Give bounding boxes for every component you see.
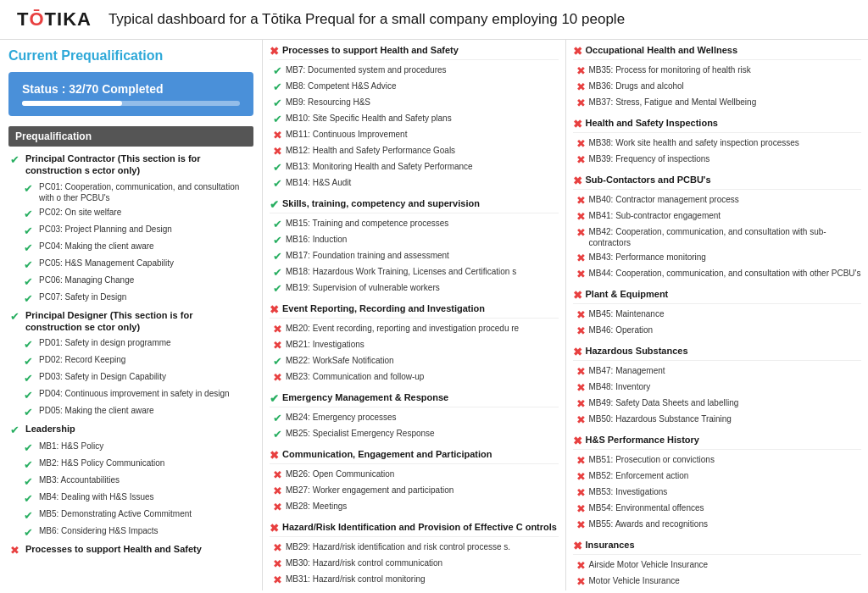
col-item-mb17: ✔MB17: Foundation training and assessmen… — [270, 248, 559, 264]
col-item-mb24: ✔MB24: Emergency processes — [270, 410, 559, 426]
col-item-mb50: ✖MB50: Hazardous Substance Training — [573, 412, 862, 428]
section-header-label: Plant & Equipment — [586, 289, 669, 299]
check-icon: ✔ — [24, 475, 36, 488]
col-item-label: MB41: Sub-contractor engagement — [589, 210, 721, 221]
sub-item-label: MB1: H&S Policy — [39, 441, 103, 452]
col-item-label: MB31: Hazard/risk control monitoring — [286, 574, 426, 585]
section-ms5: ✖Communication, Engagement and Participa… — [270, 449, 559, 515]
col-item-label: MB12: Health and Safety Performance Goal… — [286, 145, 455, 156]
col-item-mb15: ✔MB15: Training and competence processes — [270, 216, 559, 232]
section-header-ms4: ✔Emergency Management & Response — [270, 392, 559, 407]
sub-item-label: PD01: Safety in design programme — [39, 337, 171, 348]
section-header-rs1: ✖Occupational Health and Wellness — [573, 45, 862, 60]
sub-item-label: MB2: H&S Policy Communication — [39, 457, 164, 468]
right-column: ✖Occupational Health and Wellness✖MB35: … — [566, 40, 869, 590]
col-item-label: MB26: Open Communication — [286, 468, 394, 479]
col-item-mb23: ✖MB23: Communication and follow-up — [270, 369, 559, 385]
section-ms4: ✔Emergency Management & Response✔MB24: E… — [270, 392, 559, 442]
col-item-mb29: ✖MB29: Hazard/risk identification and ri… — [270, 540, 559, 556]
col-item-label: MB48: Inventory — [589, 381, 651, 392]
prequalification-section-header: Prequalification — [8, 126, 253, 147]
col-item-mb9: ✔MB9: Resourcing H&S — [270, 95, 559, 111]
sub-item-label: PC03: Project Planning and Design — [39, 224, 172, 235]
status-text: Status : 32/70 Completed — [22, 82, 240, 96]
x-icon: ✖ — [576, 252, 586, 264]
check-icon: ✔ — [270, 392, 279, 405]
check-icon: ✔ — [273, 97, 282, 109]
section-rs6: ✖H&S Performance History✖MB51: Prosecuti… — [573, 435, 862, 533]
col-item-label: MB39: Frequency of inspections — [589, 153, 710, 164]
check-icon: ✔ — [24, 526, 36, 539]
sidebar-category-cat1: ✔Principal Contractor (This section is f… — [8, 150, 253, 180]
x-icon: ✖ — [576, 137, 586, 150]
section-rs4: ✖Plant & Equipment✖MB45: Maintenance✖MB4… — [573, 289, 862, 339]
col-item-mb38: ✖MB38: Work site health and safety inspe… — [573, 136, 862, 152]
col-item-mb35: ✖MB35: Process for monitoring of health … — [573, 63, 862, 79]
col-item-label: MB52: Enforcement action — [589, 470, 689, 481]
col-item-mb20: ✖MB20: Event recording, reporting and in… — [270, 321, 559, 337]
check-icon: ✔ — [24, 258, 36, 271]
x-icon: ✖ — [270, 449, 279, 462]
col-item-label: MB14: H&S Audit — [286, 177, 351, 188]
col-item-mb19: ✔MB19: Supervision of vulnerable workers — [270, 280, 559, 296]
col-item-label: MB47: Management — [589, 365, 665, 376]
check-icon: ✔ — [24, 389, 36, 402]
sub-item-label: PD04: Continuous improvement in safety i… — [39, 388, 230, 399]
check-icon: ✔ — [10, 153, 22, 166]
check-icon: ✔ — [273, 80, 282, 93]
sidebar-item-mb5: ✔MB5: Demonstrating Active Commitment — [8, 507, 253, 524]
col-item-ins2: ✖Motor Vehicle Insurance — [573, 574, 862, 590]
check-icon: ✔ — [270, 198, 279, 211]
sidebar-item-pd05: ✔PD05: Making the client aware — [8, 403, 253, 420]
col-item-label: MB43: Performance monitoring — [589, 252, 706, 263]
main-content: Current Prequalification Status : 32/70 … — [0, 40, 868, 590]
col-item-mb52: ✖MB52: Enforcement action — [573, 468, 862, 485]
section-header-rs4: ✖Plant & Equipment — [573, 289, 862, 304]
x-icon: ✖ — [576, 308, 586, 321]
page-header: TŌTIKA Typical dashboard for a Tōtika Pr… — [0, 0, 868, 40]
section-header-label: Emergency Management & Response — [282, 392, 448, 402]
col-item-mb18: ✔MB18: Hazardous Work Training, Licenses… — [270, 264, 559, 280]
x-icon: ✖ — [273, 323, 282, 335]
check-icon: ✔ — [24, 275, 36, 288]
col-item-label: MB21: Investigations — [286, 339, 364, 350]
category-label: Principal Contractor (This section is fo… — [25, 152, 252, 177]
check-icon: ✔ — [24, 338, 36, 351]
col-item-label: MB29: Hazard/risk identification and ris… — [286, 541, 510, 552]
x-icon: ✖ — [576, 413, 586, 426]
col-item-mb32: ✖MB32: Safe Work Instruction — [270, 588, 559, 590]
sidebar-item-pc07: ✔PC07: Safety in Design — [8, 290, 253, 307]
col-item-mb22: ✔MB22: WorkSafe Notification — [270, 353, 559, 369]
sidebar-item-mb4: ✔MB4: Dealing with H&S Issues — [8, 490, 253, 507]
sub-item-label: PD05: Making the client aware — [39, 405, 154, 416]
category-label: Leadership — [25, 423, 75, 435]
col-item-mb41: ✖MB41: Sub-contractor engagement — [573, 208, 862, 224]
section-ms1: ✖Processes to support Health and Safety✔… — [270, 45, 559, 191]
col-item-label: MB19: Supervision of vulnerable workers — [286, 282, 440, 293]
x-icon: ✖ — [576, 64, 586, 77]
sidebar-items: ✔Principal Contractor (This section is f… — [8, 150, 253, 559]
sub-item-label: PC05: H&S Management Capability — [39, 258, 174, 269]
col-item-mb54: ✖MB54: Environmental offences — [573, 501, 862, 517]
col-item-label: MB10: Site Specific Health and Safety pl… — [286, 113, 452, 124]
section-header-label: Sub-Contactors and PCBU's — [586, 175, 711, 185]
section-header-rs2: ✖Health and Safety Inspections — [573, 118, 862, 133]
check-icon: ✔ — [24, 441, 36, 454]
col-item-label: MB35: Process for monitoring of health r… — [589, 64, 751, 75]
sidebar-item-mb6: ✔MB6: Considering H&S Impacts — [8, 524, 253, 540]
check-icon: ✔ — [24, 509, 36, 522]
check-icon: ✔ — [273, 64, 282, 77]
x-icon: ✖ — [576, 194, 586, 207]
col-item-label: MB36: Drugs and alcohol — [589, 80, 684, 91]
x-icon: ✖ — [576, 559, 586, 572]
x-icon: ✖ — [576, 80, 586, 93]
x-icon: ✖ — [576, 454, 586, 467]
check-icon: ✔ — [24, 182, 36, 195]
section-header-rs5: ✖Hazardous Substances — [573, 346, 862, 361]
col-item-mb12: ✖MB12: Health and Safety Performance Goa… — [270, 143, 559, 159]
section-header-rs3: ✖Sub-Contactors and PCBU's — [573, 175, 862, 190]
col-item-mb30: ✖MB30: Hazard/risk control communication — [270, 556, 559, 572]
section-header-rs7: ✖Insurances — [573, 540, 862, 555]
check-icon: ✔ — [273, 355, 282, 368]
x-icon: ✖ — [273, 541, 282, 554]
